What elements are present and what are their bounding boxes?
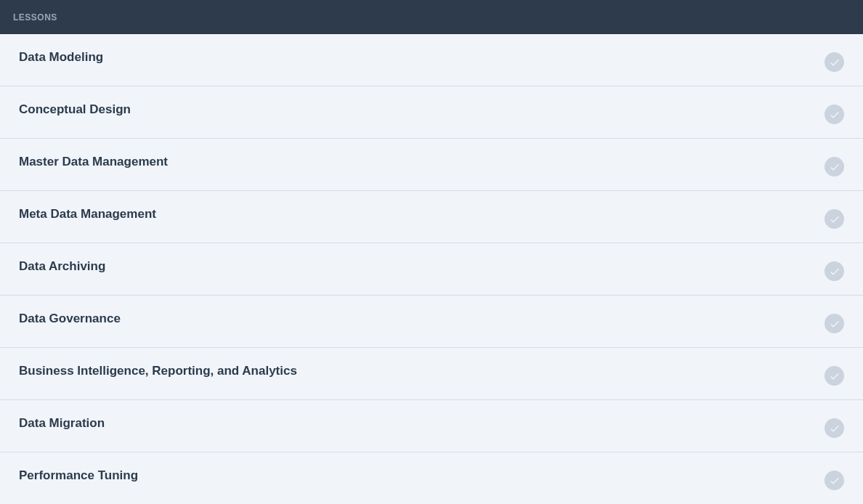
lesson-item-business-intelligence[interactable]: Business Intelligence, Reporting, and An… — [0, 348, 863, 400]
header-title: LESSONS — [13, 12, 57, 23]
lesson-title: Data Governance — [19, 312, 121, 326]
lesson-title: Meta Data Management — [19, 207, 156, 221]
lesson-title: Performance Tuning — [19, 468, 138, 483]
checkmark-icon — [824, 105, 844, 124]
lesson-item-master-data-management[interactable]: Master Data Management — [0, 139, 863, 191]
lesson-title: Business Intelligence, Reporting, and An… — [19, 364, 297, 378]
checkmark-icon — [824, 471, 844, 490]
lesson-item-meta-data-management[interactable]: Meta Data Management — [0, 191, 863, 243]
lesson-title: Master Data Management — [19, 155, 168, 169]
lesson-item-data-governance[interactable]: Data Governance — [0, 296, 863, 348]
checkmark-icon — [824, 157, 844, 176]
checkmark-icon — [824, 314, 844, 333]
checkmark-icon — [824, 418, 844, 438]
lesson-title: Data Modeling — [19, 50, 103, 65]
lesson-item-conceptual-design[interactable]: Conceptual Design — [0, 86, 863, 139]
lesson-item-performance-tuning[interactable]: Performance Tuning — [0, 452, 863, 504]
lessons-list: Data Modeling Conceptual Design Master D… — [0, 34, 863, 504]
lesson-title: Data Migration — [19, 416, 105, 431]
lesson-item-data-archiving[interactable]: Data Archiving — [0, 243, 863, 296]
checkmark-icon — [824, 261, 844, 281]
lesson-item-data-modeling[interactable]: Data Modeling — [0, 34, 863, 86]
lessons-header: LESSONS — [0, 0, 863, 34]
lesson-title: Conceptual Design — [19, 102, 131, 117]
checkmark-icon — [824, 209, 844, 229]
lesson-title: Data Archiving — [19, 259, 105, 274]
checkmark-icon — [824, 366, 844, 386]
checkmark-icon — [824, 52, 844, 72]
lesson-item-data-migration[interactable]: Data Migration — [0, 400, 863, 452]
